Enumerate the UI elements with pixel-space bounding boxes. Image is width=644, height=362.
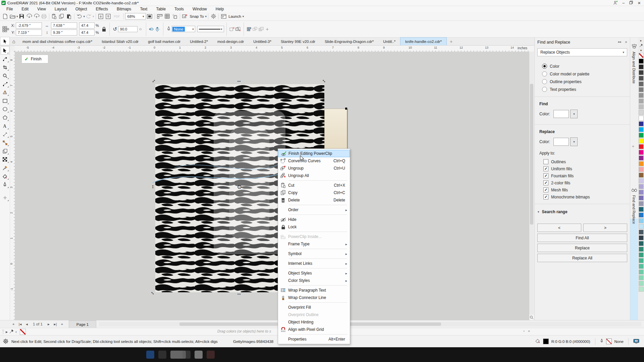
replace-color-swatch[interactable] — [553, 138, 569, 146]
mirror-horizontal-icon[interactable] — [149, 26, 155, 32]
palette-swatch-2e8a74[interactable] — [639, 247, 644, 252]
context-menu-item-lock[interactable]: Lock — [278, 223, 350, 231]
status-gear-icon[interactable] — [3, 338, 9, 345]
selection-handle-bottom-middle[interactable]: ↔ — [236, 291, 241, 296]
context-menu-item-object-hinting[interactable]: Object Hinting — [278, 318, 350, 326]
palette-swatch-2e3192[interactable] — [639, 121, 644, 126]
line-style-combo[interactable]: ▾ — [197, 26, 224, 32]
radio-color-model-or-palette[interactable] — [542, 71, 547, 76]
previous-page-button[interactable]: ◂ — [23, 322, 30, 326]
menu-bitmaps[interactable]: Bitmaps — [112, 6, 136, 12]
palette-swatch-58c09c[interactable] — [639, 264, 644, 269]
search-type-outline-properties[interactable]: Outline properties — [535, 78, 630, 85]
copy-icon[interactable] — [58, 13, 65, 20]
doc-tab-untitled-3[interactable]: Untitled-3* — [249, 38, 276, 45]
object-width-field[interactable]: 7.638 " — [51, 22, 77, 28]
palette-swatch-ffffff[interactable] — [639, 116, 644, 121]
context-menu-item-properties[interactable]: PropertiesAlt+Enter — [278, 336, 350, 343]
palette-swatch-968cc6[interactable] — [639, 190, 644, 195]
rulers-toggle-icon[interactable] — [156, 13, 164, 20]
full-screen-icon[interactable] — [146, 13, 153, 20]
checkbox-outlines[interactable] — [543, 159, 548, 164]
palette-swatch-c0c0c0[interactable] — [639, 104, 644, 109]
launch-dropdown-icon[interactable]: ▾ — [243, 15, 244, 18]
find-all-button[interactable]: Find All — [537, 234, 627, 242]
add-docker-icon[interactable]: + — [632, 144, 634, 149]
palette-eyedropper-icon[interactable] — [639, 43, 643, 48]
snap-off-icon[interactable] — [181, 13, 189, 20]
windows-taskbar[interactable] — [0, 347, 644, 362]
new-document-icon[interactable] — [1, 13, 9, 20]
mirror-vertical-icon[interactable] — [155, 26, 161, 32]
context-menu-item-object-styles[interactable]: Object Styles▸ — [278, 269, 350, 277]
palette-swatch-ed1c24[interactable] — [639, 144, 644, 149]
tool-eyedropper[interactable] — [1, 164, 9, 172]
y-position-field[interactable]: 7.119 " — [16, 29, 42, 36]
canvas-zoom-icon[interactable] — [529, 315, 534, 320]
doc-tab-untitl[interactable]: Untitl..* — [378, 38, 400, 45]
fill-color-swatch[interactable] — [543, 339, 549, 344]
context-menu-item-overprint-fill[interactable]: Overprint Fill — [278, 304, 350, 311]
export-icon[interactable] — [105, 13, 112, 20]
tab-align-distribute[interactable]: Align and Distribute — [632, 52, 636, 83]
context-menu-item-wrap-connector-line[interactable]: Wrap Connector Line — [278, 294, 350, 301]
checkbox-uniform-fills[interactable]: ✓ — [543, 166, 548, 171]
grid-toggle-icon[interactable] — [164, 13, 171, 20]
tool-outline-pen[interactable] — [1, 180, 9, 189]
context-menu-item-finish-editing-powerclip[interactable]: Finish Editing PowerClip — [278, 150, 350, 157]
add-page-before-button[interactable]: + — [10, 322, 17, 326]
apply-option-monochrome-bitmaps[interactable]: ✓Monochrome bitmaps — [535, 193, 630, 200]
tool-polygon[interactable] — [1, 113, 9, 122]
menu-edit[interactable]: Edit — [17, 6, 33, 12]
context-menu-item-ungroup[interactable]: UngroupCtrl+U — [278, 165, 350, 172]
palette-swatch-286464[interactable] — [639, 241, 644, 246]
palette-swatch-32424c[interactable] — [639, 235, 644, 240]
outline-color-swatch[interactable] — [606, 339, 612, 344]
tool-text[interactable]: A — [1, 122, 9, 130]
search-type-text-properties[interactable]: Text properties — [535, 85, 630, 93]
options-gear-icon[interactable] — [210, 13, 217, 20]
horizontal-scrollbar[interactable] — [99, 322, 641, 326]
menu-object[interactable]: Object — [71, 6, 92, 12]
context-menu-item-frame-type[interactable]: Frame Type▸ — [278, 240, 350, 248]
ruler-origin[interactable] — [10, 46, 15, 52]
find-color-dropdown-icon[interactable]: ▾ — [570, 110, 578, 118]
replace-mode-combo[interactable]: Replace Objects ▾ — [537, 48, 627, 56]
palette-swatch-4a5a64[interactable] — [639, 230, 644, 235]
tool-dimension[interactable] — [1, 130, 9, 138]
tool-add-tool[interactable] — [1, 193, 9, 202]
docker-close-icon[interactable]: × — [625, 40, 627, 45]
account-icon[interactable] — [613, 1, 618, 5]
vertical-scrollbar-thumb[interactable] — [530, 84, 533, 225]
horizontal-ruler[interactable]: inches -5-4-3-2-101234567891011121314 — [15, 46, 529, 52]
docpal-flyout-icon[interactable]: ▸ — [4, 329, 9, 334]
palette-swatch-00aeef[interactable] — [639, 127, 644, 132]
outline-width-dropdown-icon[interactable]: ▾ — [192, 27, 195, 31]
doc-tab-stanley-99e-v20-cdr[interactable]: Stanley 99E v20.cdr — [276, 38, 320, 45]
doc-tab-slide-engraving-dragon-cdr[interactable]: Slide-Engraving-Dragon.cdr* — [320, 38, 378, 45]
replace-color-dropdown-icon[interactable]: ▾ — [570, 137, 578, 146]
context-menu-item-cut[interactable]: CutCtrl+X — [278, 182, 350, 189]
page-1-tab[interactable]: Page 1 — [69, 320, 96, 328]
palette-swatch-8c6239[interactable] — [639, 173, 644, 178]
selection-handle-top-middle[interactable]: ↔ — [236, 78, 241, 83]
rotation-center-marker[interactable]: ⊙ — [237, 184, 241, 190]
tool-freehand[interactable] — [1, 80, 9, 88]
next-page-button[interactable]: ▸ — [45, 322, 52, 326]
palette-swatch-38a080[interactable] — [639, 252, 644, 257]
tool-zoom[interactable] — [1, 71, 9, 80]
zoom-level-combo[interactable]: 68% ▾ — [125, 13, 146, 19]
palette-swatch-70cca8[interactable] — [639, 269, 644, 275]
object-handle[interactable] — [345, 108, 347, 110]
palette-swatch-7a70b5[interactable] — [639, 195, 644, 200]
align-distribute-tab-icon[interactable] — [632, 44, 637, 50]
palette-swatch-949494[interactable] — [639, 93, 644, 98]
doc-tab-istanbul-silah-v20-cdr[interactable]: Istanbul Silah v20.cdr — [97, 38, 143, 45]
checkbox-monochrome-bitmaps[interactable]: ✓ — [543, 194, 548, 199]
tool-connector[interactable] — [1, 138, 9, 147]
selection-handle-left-middle[interactable]: ↕ — [152, 184, 154, 189]
minimize-button[interactable]: – — [623, 1, 625, 5]
tool-shape[interactable] — [1, 55, 9, 63]
context-menu-item-internet-links[interactable]: Internet Links▸ — [278, 260, 350, 267]
menu-effects[interactable]: Effects — [92, 6, 112, 12]
